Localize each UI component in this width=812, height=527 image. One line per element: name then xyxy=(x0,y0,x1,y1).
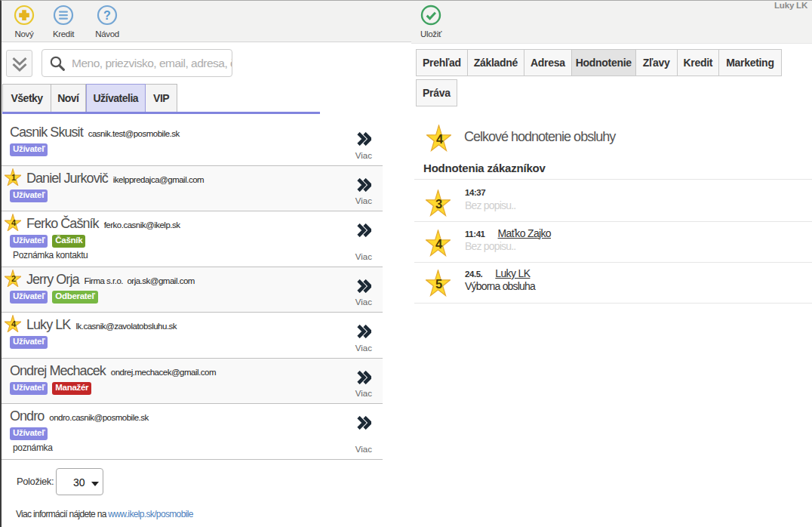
svg-text:4: 4 xyxy=(436,132,444,146)
svg-text:1: 1 xyxy=(11,173,16,182)
svg-text:4: 4 xyxy=(435,237,443,251)
svg-text:4: 4 xyxy=(11,319,17,328)
svg-text:3: 3 xyxy=(435,197,442,211)
svg-text:?: ? xyxy=(103,9,111,22)
svg-text:5: 5 xyxy=(435,277,442,291)
svg-text:2: 2 xyxy=(11,274,16,283)
svg-text:4: 4 xyxy=(11,218,17,227)
